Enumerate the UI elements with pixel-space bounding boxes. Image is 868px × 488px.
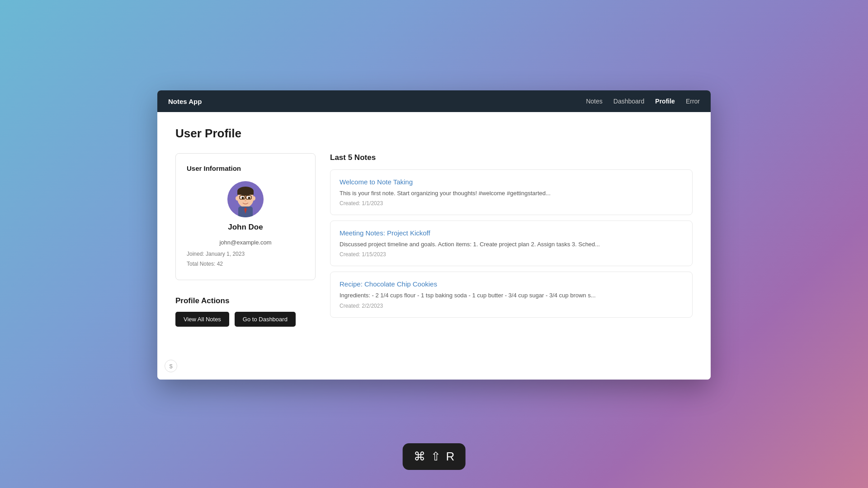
view-all-notes-button[interactable]: View All Notes [175,312,229,327]
key-shift: ⇧ [431,450,441,464]
user-meta: Joined: January 1, 2023 Total Notes: 42 [187,249,304,269]
nav-profile[interactable]: Profile [655,98,675,105]
note-date-3: Created: 2/2/2023 [340,303,683,309]
note-preview-3: Ingredients: - 2 1/4 cups flour - 1 tsp … [340,291,683,300]
svg-point-13 [245,200,246,202]
nav-dashboard[interactable]: Dashboard [613,98,645,105]
user-name: John Doe [228,223,263,232]
nav-error[interactable]: Error [686,98,700,105]
svg-point-8 [242,197,244,199]
user-details: john@example.com Joined: January 1, 2023… [187,239,304,269]
notes-section: Last 5 Notes Welcome to Note Taking This… [330,153,693,323]
user-info-title: User Information [187,164,304,172]
note-title-2: Meeting Notes: Project Kickoff [340,229,683,237]
user-avatar-section: John Doe [187,181,304,232]
app-brand: Notes App [168,98,202,105]
note-date-2: Created: 1/15/2023 [340,251,683,258]
note-title-3: Recipe: Chocolate Chip Cookies [340,280,683,288]
user-info-card: User Information [175,153,316,280]
notes-section-title: Last 5 Notes [330,153,693,162]
user-joined: Joined: January 1, 2023 [187,249,304,259]
navbar-links: Notes Dashboard Profile Error [586,98,700,105]
nav-notes[interactable]: Notes [586,98,603,105]
keyboard-shortcut-badge: ⌘ ⇧ R [403,443,466,470]
page-title: User Profile [175,127,693,141]
app-window: Notes App Notes Dashboard Profile Error … [157,90,711,380]
svg-rect-3 [237,191,254,195]
note-preview-1: This is your first note. Start organizin… [340,189,683,197]
main-content: User Profile User Information [157,112,711,380]
user-email: john@example.com [187,239,304,246]
user-total-notes: Total Notes: 42 [187,259,304,269]
profile-actions-title: Profile Actions [175,296,316,305]
note-card-3[interactable]: Recipe: Chocolate Chip Cookies Ingredien… [330,272,693,317]
svg-point-9 [248,197,250,199]
note-card-2[interactable]: Meeting Notes: Project Kickoff Discussed… [330,221,693,266]
content-layout: User Information [175,153,693,327]
key-cmd: ⌘ [414,450,425,464]
navbar: Notes App Notes Dashboard Profile Error [157,90,711,112]
profile-actions: Profile Actions View All Notes Go to Das… [175,296,316,327]
note-preview-2: Discussed project timeline and goals. Ac… [340,240,683,249]
actions-buttons: View All Notes Go to Dashboard [175,312,316,327]
note-date-1: Created: 1/1/2023 [340,200,683,206]
note-title-1: Welcome to Note Taking [340,178,683,186]
note-card-1[interactable]: Welcome to Note Taking This is your firs… [330,169,693,215]
left-panel: User Information [175,153,316,327]
key-r: R [446,450,455,464]
bottom-left-icon: $ [165,360,177,372]
go-to-dashboard-button[interactable]: Go to Dashboard [235,312,296,327]
avatar [227,181,264,217]
svg-point-4 [236,196,239,201]
svg-point-5 [252,196,255,201]
